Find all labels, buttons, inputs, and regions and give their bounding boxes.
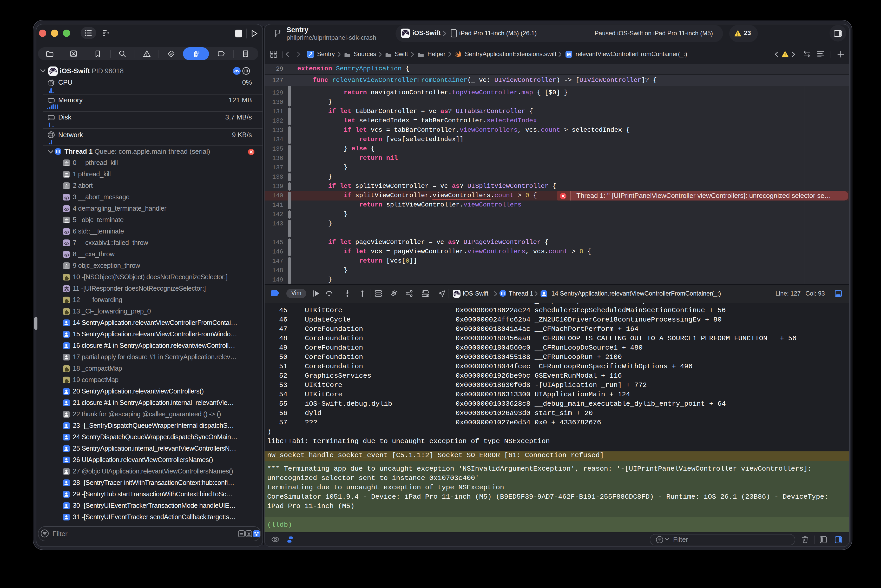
svg-text:M: M — [567, 52, 571, 57]
